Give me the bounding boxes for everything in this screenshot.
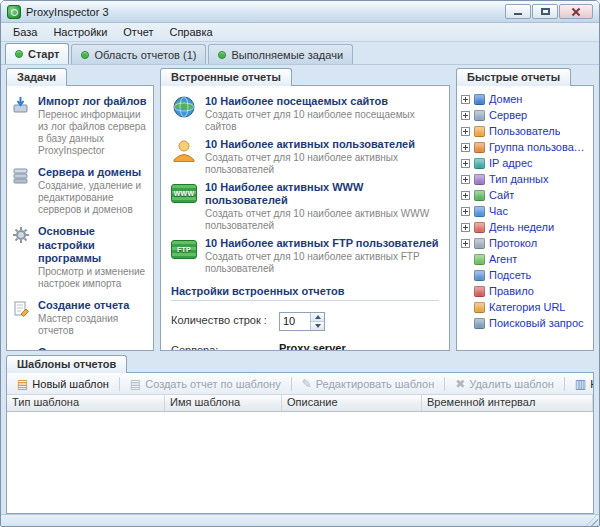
task-open-report[interactable]: Открыть отчет Загрузить из файла ранее с…: [12, 346, 148, 351]
quick-report-weekday[interactable]: День недели: [461, 219, 589, 235]
task-title[interactable]: Сервера и домены: [38, 166, 148, 179]
tab-start[interactable]: Старт: [5, 43, 69, 64]
task-title[interactable]: Создание отчета: [38, 299, 148, 312]
www-icon-label: WWW: [174, 190, 195, 197]
quick-report-subnet[interactable]: Подсеть: [461, 267, 589, 283]
task-desc: Мастер создания отчетов: [38, 313, 148, 337]
protocol-icon: [474, 238, 485, 249]
task-title[interactable]: Основные настройки программы: [38, 225, 148, 265]
close-button[interactable]: [559, 4, 593, 19]
column-template-name[interactable]: Имя шаблона: [165, 395, 282, 411]
user-icon: [171, 138, 197, 176]
expand-icon[interactable]: [461, 143, 470, 152]
menu-settings[interactable]: Настройки: [45, 24, 115, 40]
create-report-icon: ▤: [130, 378, 141, 390]
expand-icon[interactable]: [461, 111, 470, 120]
resize-grip-icon[interactable]: [585, 514, 598, 527]
create-report-from-template-button[interactable]: ▤ Создать отчет по шаблону: [124, 375, 287, 393]
window-controls: [505, 4, 593, 19]
tab-status-icon: [81, 51, 89, 59]
quick-reports-tree: Домен Сервер Пользователь Группа пользов…: [456, 85, 594, 351]
maximize-button[interactable]: [532, 4, 558, 19]
servers-icon: [12, 166, 32, 216]
report-title[interactable]: 10 Наиболее активных FTP пользователей: [205, 237, 439, 251]
menu-base[interactable]: База: [5, 24, 45, 40]
expand-icon[interactable]: [461, 175, 470, 184]
report-top-www-users[interactable]: WWW 10 Наиболее активных WWW пользовател…: [171, 181, 439, 233]
quick-report-search-query[interactable]: Поисковый запрос: [461, 315, 589, 331]
minimize-button[interactable]: [505, 4, 531, 19]
quick-reports-panel: Быстрые отчеты Домен Сервер Пользователь: [456, 68, 594, 351]
quick-report-ip-address[interactable]: IP адрес: [461, 155, 589, 171]
clone-template-button[interactable]: ▥ Клонировать: [569, 375, 594, 393]
report-desc: Создать отчет для 10 наиболее посещаемых…: [205, 109, 439, 133]
delete-template-button[interactable]: ✖ Удалить шаблон: [449, 375, 560, 393]
user-group-icon: [474, 142, 485, 153]
quick-report-protocol[interactable]: Протокол: [461, 235, 589, 251]
search-query-icon: [474, 318, 485, 329]
quick-report-user[interactable]: Пользователь: [461, 123, 589, 139]
servers-value[interactable]: Proxy server: [279, 342, 439, 351]
task-title[interactable]: Открыть отчет: [38, 346, 148, 351]
task-servers-domains[interactable]: Сервера и домены Создание, удаление и ре…: [12, 166, 148, 216]
column-template-type[interactable]: Тип шаблона: [7, 395, 165, 411]
title-bar[interactable]: ProxyInspector 3: [1, 1, 599, 23]
expand-icon[interactable]: [461, 239, 470, 248]
column-description[interactable]: Описание: [282, 395, 422, 411]
report-title[interactable]: 10 Наиболее активных пользователей: [205, 138, 439, 152]
data-type-icon: [474, 174, 485, 185]
menu-bar: База Настройки Отчет Справка: [1, 23, 599, 42]
rows-count-label: Количество строк :: [171, 312, 279, 326]
task-title[interactable]: Импорт лог файлов: [38, 95, 148, 108]
quick-report-server[interactable]: Сервер: [461, 107, 589, 123]
quick-report-url-category[interactable]: Категория URL: [461, 299, 589, 315]
expand-icon[interactable]: [461, 95, 470, 104]
expand-icon[interactable]: [461, 159, 470, 168]
expand-icon[interactable]: [461, 223, 470, 232]
report-desc: Создать отчет для 10 наиболее активных п…: [205, 152, 439, 176]
quick-report-rule[interactable]: Правило: [461, 283, 589, 299]
quick-report-data-type[interactable]: Тип данных: [461, 171, 589, 187]
new-template-button[interactable]: ▤ Новый шаблон: [11, 375, 115, 393]
spin-down-button[interactable]: [311, 322, 324, 330]
task-desc: Просмотр и изменение настроек импорта: [38, 266, 148, 290]
column-time-interval[interactable]: Временной интервал: [422, 395, 593, 411]
report-desc: Создать отчет для 10 наиболее активных F…: [205, 251, 439, 275]
quick-report-user-group[interactable]: Группа пользователей: [461, 139, 589, 155]
quick-report-domain[interactable]: Домен: [461, 91, 589, 107]
task-create-report[interactable]: Создание отчета Мастер создания отчетов: [12, 299, 148, 337]
tab-label: Область отчетов (1): [94, 49, 196, 61]
edit-template-button[interactable]: ✎ Редактировать шаблон: [296, 375, 441, 393]
subnet-icon: [474, 270, 485, 281]
rows-count-stepper[interactable]: [279, 312, 325, 331]
task-program-settings[interactable]: Основные настройки программы Просмотр и …: [12, 225, 148, 290]
task-import-logs[interactable]: Импорт лог файлов Перенос информации из …: [12, 95, 148, 157]
templates-table-body: [7, 412, 593, 513]
rows-count-input[interactable]: [280, 313, 310, 330]
minimize-icon: [514, 13, 522, 15]
expand-icon[interactable]: [461, 207, 470, 216]
quick-report-site[interactable]: Сайт: [461, 187, 589, 203]
chevron-up-icon: [315, 315, 321, 319]
www-server-icon: WWW: [171, 181, 197, 233]
expand-icon[interactable]: [461, 127, 470, 136]
spin-up-button[interactable]: [311, 313, 324, 322]
report-top-sites[interactable]: 10 Наиболее посещаемых сайтов Создать от…: [171, 95, 439, 133]
tab-report-area[interactable]: Область отчетов (1): [71, 44, 206, 64]
expand-icon[interactable]: [461, 191, 470, 200]
menu-help[interactable]: Справка: [161, 24, 220, 40]
report-title[interactable]: 10 Наиболее активных WWW пользователей: [205, 181, 439, 209]
report-top-ftp-users[interactable]: FTP 10 Наиболее активных FTP пользовател…: [171, 237, 439, 275]
quick-report-agent[interactable]: Агент: [461, 251, 589, 267]
tab-running-tasks[interactable]: Выполняемые задачи: [208, 44, 353, 64]
button-label: Создать отчет по шаблону: [145, 378, 280, 390]
menu-report[interactable]: Отчет: [115, 24, 161, 40]
toolbar-separator: [564, 377, 565, 391]
templates-panel-header: Шаблоны отчетов: [6, 355, 127, 373]
report-top-users[interactable]: 10 Наиболее активных пользователей Созда…: [171, 138, 439, 176]
window-title: ProxyInspector 3: [26, 6, 109, 18]
report-title[interactable]: 10 Наиболее посещаемых сайтов: [205, 95, 439, 109]
delete-icon: ✖: [455, 378, 465, 390]
quick-report-hour[interactable]: Час: [461, 203, 589, 219]
builtin-reports-header: Встроенные отчеты: [160, 68, 292, 86]
